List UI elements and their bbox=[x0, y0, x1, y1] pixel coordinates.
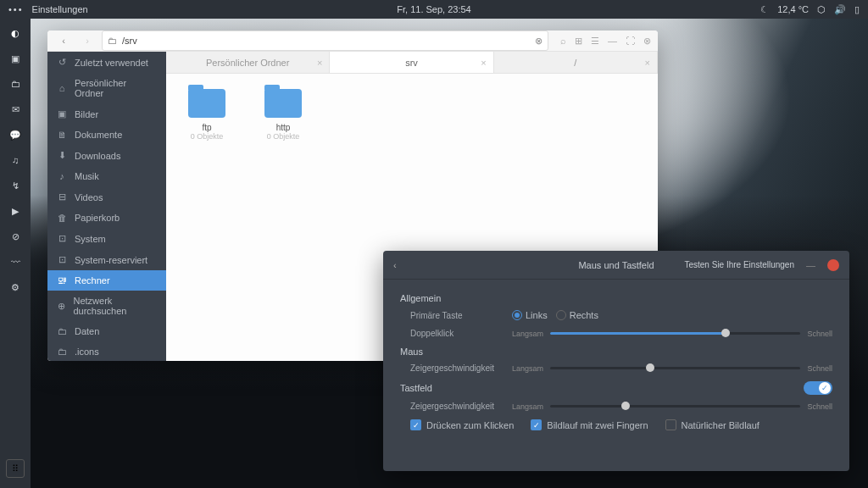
tab-close-icon[interactable]: × bbox=[645, 58, 650, 68]
minimize-button[interactable]: — bbox=[806, 260, 815, 270]
dock-files-icon[interactable]: 🗀 bbox=[8, 76, 23, 92]
tab-close-icon[interactable]: × bbox=[481, 58, 486, 68]
sidebar-item-12[interactable]: 🗀Daten bbox=[47, 321, 166, 341]
computer-icon: 🖳 bbox=[56, 275, 68, 286]
clock[interactable]: Fr, 11. Sep, 23:54 bbox=[397, 4, 470, 14]
fm-toolbar: ‹ › 🗀 ⊗ ⌕ ⊞ ☰ — ⛶ ⊗ bbox=[47, 30, 658, 52]
home-icon: ⌂ bbox=[56, 83, 68, 93]
dock-terminal-icon[interactable]: ▣ bbox=[8, 51, 23, 66]
grid-view-icon[interactable]: ⊞ bbox=[575, 36, 582, 47]
network-icon: ⊕ bbox=[56, 301, 66, 312]
sidebar-item-8[interactable]: ⊡System bbox=[47, 228, 166, 249]
dock-monitor-icon[interactable]: 〰 bbox=[8, 254, 23, 269]
doc-icon: 🗎 bbox=[56, 130, 68, 140]
radio-rechts[interactable]: Rechts bbox=[556, 310, 598, 320]
path-bar[interactable]: 🗀 ⊗ bbox=[102, 30, 548, 51]
settings-header: ‹ Maus und Tastfeld Testen Sie Ihre Eins… bbox=[383, 251, 849, 280]
dock-play-icon[interactable]: ▶ bbox=[8, 203, 23, 219]
tab-1[interactable]: srv× bbox=[330, 52, 493, 73]
sidebar-item-9[interactable]: ⊡System-reserviert bbox=[47, 249, 166, 270]
top-bar: ••• Einstellungen Fr, 11. Sep, 23:54 ☾ 1… bbox=[0, 0, 868, 19]
tap-to-click-checkbox[interactable]: ✓Drücken zum Klicken bbox=[410, 419, 514, 430]
sidebar-item-13[interactable]: 🗀.icons bbox=[47, 341, 166, 361]
forward-button[interactable]: › bbox=[78, 31, 97, 50]
minimize-icon[interactable]: — bbox=[608, 36, 617, 46]
folder-icon bbox=[264, 89, 302, 118]
volume-icon[interactable]: 🔊 bbox=[834, 4, 846, 15]
sidebar-item-6[interactable]: ⊟Videos bbox=[47, 186, 166, 208]
list-view-icon[interactable]: ☰ bbox=[591, 36, 599, 47]
path-input[interactable] bbox=[122, 36, 530, 46]
section-general: Allgemein bbox=[400, 293, 832, 303]
disk-icon: ⊡ bbox=[56, 254, 68, 265]
sidebar-item-5[interactable]: ♪Musik bbox=[47, 166, 166, 186]
temperature: 12,4 °C bbox=[777, 4, 809, 14]
dock-firefox-icon[interactable]: ◐ bbox=[8, 25, 23, 41]
battery-icon[interactable]: ▯ bbox=[854, 4, 860, 15]
dock: ◐ ▣ 🗀 ✉ 💬 ♫ ↯ ▶ ⊘ 〰 ⚙ ⠿ bbox=[0, 19, 31, 488]
folder-icon: 🗀 bbox=[56, 326, 68, 336]
folder-icon: 🗀 bbox=[108, 36, 117, 46]
show-apps-button[interactable]: ⠿ bbox=[6, 459, 25, 478]
search-icon[interactable]: ⌕ bbox=[560, 36, 566, 46]
wifi-icon[interactable]: ⬡ bbox=[817, 4, 826, 15]
music-icon: ♪ bbox=[56, 171, 68, 181]
mouse-speed-slider[interactable] bbox=[550, 367, 800, 369]
fm-tabs: Persönlicher Ordner×srv×/× bbox=[166, 52, 658, 74]
sidebar-item-3[interactable]: 🗎Dokumente bbox=[47, 125, 166, 145]
touchpad-speed-slider[interactable] bbox=[550, 405, 800, 408]
clear-path-icon[interactable]: ⊗ bbox=[535, 36, 542, 47]
sidebar-item-7[interactable]: 🗑Papierkorb bbox=[47, 208, 166, 228]
section-touchpad: Tastfeld bbox=[400, 383, 432, 393]
two-finger-scroll-checkbox[interactable]: ✓Bildlauf mit zwei Fingern bbox=[531, 419, 648, 430]
sidebar-item-2[interactable]: ▣Bilder bbox=[47, 103, 166, 125]
natural-scroll-checkbox[interactable]: Natürlicher Bildlauf bbox=[665, 419, 760, 430]
trash-icon: 🗑 bbox=[56, 213, 68, 223]
folder-ftp[interactable]: ftp0 Objekte bbox=[181, 89, 232, 141]
folder-icon: 🗀 bbox=[56, 347, 68, 357]
sidebar-item-11[interactable]: ⊕Netzwerk durchsuchen bbox=[47, 291, 166, 321]
dock-chat-icon[interactable]: 💬 bbox=[8, 127, 23, 142]
radio-links[interactable]: Links bbox=[512, 310, 548, 320]
pointer-speed-label: Zeigergeschwindigkeit bbox=[410, 363, 512, 373]
clock-icon: ↺ bbox=[56, 57, 68, 68]
image-icon: ▣ bbox=[56, 108, 68, 119]
video-icon: ⊟ bbox=[56, 191, 68, 202]
disk-icon: ⊡ bbox=[56, 233, 68, 244]
weather-icon[interactable]: ☾ bbox=[760, 4, 769, 15]
activities-icon[interactable]: ••• bbox=[8, 4, 24, 14]
doubleclick-label: Doppelklick bbox=[410, 329, 512, 338]
dock-mail-icon[interactable]: ✉ bbox=[8, 102, 23, 117]
dock-settings-icon[interactable]: ⚙ bbox=[8, 280, 23, 295]
download-icon: ⬇ bbox=[56, 150, 68, 161]
folder-http[interactable]: http0 Objekte bbox=[258, 89, 309, 141]
settings-title: Maus und Tastfeld bbox=[578, 260, 654, 270]
dock-music-icon[interactable]: ♫ bbox=[8, 152, 23, 168]
dock-sync-icon[interactable]: ↯ bbox=[8, 178, 23, 193]
touchpad-speed-label: Zeigergeschwindigkeit bbox=[410, 402, 512, 411]
fm-sidebar: ↺Zuletzt verwendet⌂Persönlicher Ordner▣B… bbox=[47, 52, 166, 361]
app-name[interactable]: Einstellungen bbox=[32, 4, 88, 14]
maximize-icon[interactable]: ⛶ bbox=[626, 36, 635, 46]
touchpad-toggle[interactable] bbox=[804, 381, 832, 395]
section-mouse: Maus bbox=[400, 347, 832, 357]
settings-window: ‹ Maus und Tastfeld Testen Sie Ihre Eins… bbox=[383, 251, 849, 471]
back-icon[interactable]: ‹ bbox=[393, 260, 397, 270]
sidebar-item-0[interactable]: ↺Zuletzt verwendet bbox=[47, 52, 166, 73]
doubleclick-slider[interactable] bbox=[550, 332, 800, 335]
folder-icon bbox=[188, 89, 225, 118]
close-icon[interactable]: ⊗ bbox=[643, 36, 651, 47]
sidebar-item-10[interactable]: 🖳Rechner bbox=[47, 270, 166, 291]
dock-help-icon[interactable]: ⊘ bbox=[8, 229, 23, 244]
tab-close-icon[interactable]: × bbox=[317, 58, 322, 68]
back-button[interactable]: ‹ bbox=[54, 31, 73, 50]
primary-button-label: Primäre Taste bbox=[410, 311, 512, 320]
tab-0[interactable]: Persönlicher Ordner× bbox=[166, 52, 330, 73]
tab-2[interactable]: /× bbox=[494, 52, 658, 73]
close-button[interactable] bbox=[827, 259, 839, 271]
sidebar-item-1[interactable]: ⌂Persönlicher Ordner bbox=[47, 73, 166, 103]
test-settings-button[interactable]: Testen Sie Ihre Einstellungen bbox=[684, 260, 794, 269]
sidebar-item-4[interactable]: ⬇Downloads bbox=[47, 145, 166, 166]
